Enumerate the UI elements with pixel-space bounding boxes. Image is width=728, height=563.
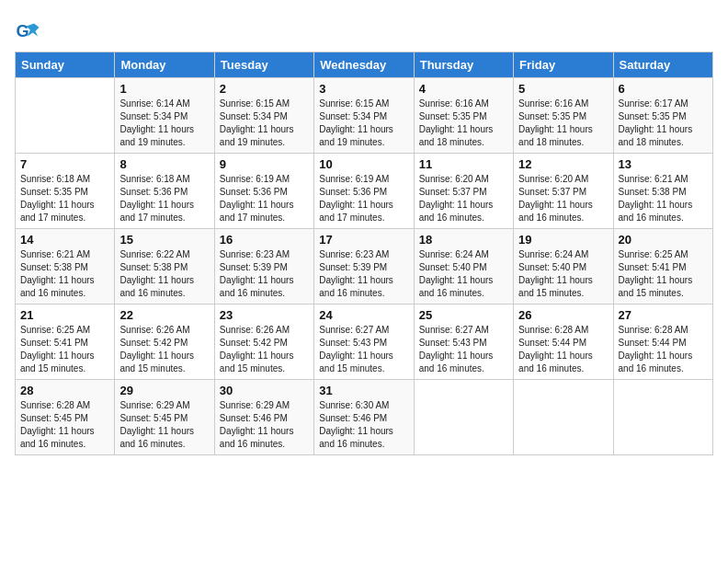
calendar-week-row: 7Sunrise: 6:18 AM Sunset: 5:35 PM Daylig… xyxy=(16,154,713,229)
calendar-cell: 24Sunrise: 6:27 AM Sunset: 5:43 PM Dayli… xyxy=(314,304,414,380)
svg-text:G: G xyxy=(16,22,28,40)
day-info: Sunrise: 6:18 AM Sunset: 5:36 PM Dayligh… xyxy=(119,173,209,224)
column-header-tuesday: Tuesday xyxy=(214,52,313,78)
day-number: 28 xyxy=(20,384,109,397)
column-header-wednesday: Wednesday xyxy=(314,52,414,78)
day-number: 7 xyxy=(20,157,109,171)
day-number: 1 xyxy=(119,82,209,96)
calendar-cell: 2Sunrise: 6:15 AM Sunset: 5:34 PM Daylig… xyxy=(214,78,313,154)
day-info: Sunrise: 6:21 AM Sunset: 5:38 PM Dayligh… xyxy=(20,248,109,300)
column-header-friday: Friday xyxy=(514,52,613,78)
day-number: 20 xyxy=(619,233,708,247)
calendar-cell: 14Sunrise: 6:21 AM Sunset: 5:38 PM Dayli… xyxy=(16,229,115,304)
day-number: 29 xyxy=(119,384,209,397)
calendar-cell: 29Sunrise: 6:29 AM Sunset: 5:45 PM Dayli… xyxy=(115,380,214,455)
day-info: Sunrise: 6:30 AM Sunset: 5:46 PM Dayligh… xyxy=(319,399,408,451)
day-number: 2 xyxy=(220,82,309,96)
day-number: 9 xyxy=(220,157,309,171)
day-number: 26 xyxy=(518,308,608,322)
page-header: G xyxy=(15,15,713,44)
day-info: Sunrise: 6:29 AM Sunset: 5:46 PM Dayligh… xyxy=(220,399,309,451)
day-info: Sunrise: 6:23 AM Sunset: 5:39 PM Dayligh… xyxy=(220,248,309,300)
calendar-header-row: SundayMondayTuesdayWednesdayThursdayFrid… xyxy=(16,52,713,78)
day-info: Sunrise: 6:20 AM Sunset: 5:37 PM Dayligh… xyxy=(419,173,508,224)
day-info: Sunrise: 6:27 AM Sunset: 5:43 PM Dayligh… xyxy=(319,324,408,375)
day-info: Sunrise: 6:15 AM Sunset: 5:34 PM Dayligh… xyxy=(319,98,408,149)
column-header-monday: Monday xyxy=(115,52,214,78)
calendar-cell: 25Sunrise: 6:27 AM Sunset: 5:43 PM Dayli… xyxy=(414,304,513,380)
day-number: 17 xyxy=(319,233,408,247)
day-info: Sunrise: 6:21 AM Sunset: 5:38 PM Dayligh… xyxy=(619,173,708,224)
calendar-cell: 15Sunrise: 6:22 AM Sunset: 5:38 PM Dayli… xyxy=(115,229,214,304)
day-info: Sunrise: 6:26 AM Sunset: 5:42 PM Dayligh… xyxy=(220,324,309,375)
calendar-cell: 22Sunrise: 6:26 AM Sunset: 5:42 PM Dayli… xyxy=(115,304,214,380)
column-header-thursday: Thursday xyxy=(414,52,513,78)
calendar-cell: 6Sunrise: 6:17 AM Sunset: 5:35 PM Daylig… xyxy=(613,78,712,154)
day-info: Sunrise: 6:24 AM Sunset: 5:40 PM Dayligh… xyxy=(419,248,508,300)
calendar-cell: 31Sunrise: 6:30 AM Sunset: 5:46 PM Dayli… xyxy=(314,380,414,455)
day-info: Sunrise: 6:25 AM Sunset: 5:41 PM Dayligh… xyxy=(20,324,109,375)
day-number: 18 xyxy=(419,233,508,247)
calendar-cell: 7Sunrise: 6:18 AM Sunset: 5:35 PM Daylig… xyxy=(16,154,115,229)
calendar-cell: 3Sunrise: 6:15 AM Sunset: 5:34 PM Daylig… xyxy=(314,78,414,154)
calendar-cell xyxy=(414,380,513,455)
day-number: 21 xyxy=(20,308,109,322)
calendar-cell xyxy=(16,78,115,154)
calendar-cell: 16Sunrise: 6:23 AM Sunset: 5:39 PM Dayli… xyxy=(214,229,313,304)
day-info: Sunrise: 6:18 AM Sunset: 5:35 PM Dayligh… xyxy=(20,173,109,224)
calendar-cell: 21Sunrise: 6:25 AM Sunset: 5:41 PM Dayli… xyxy=(16,304,115,380)
day-number: 12 xyxy=(518,157,608,171)
day-info: Sunrise: 6:29 AM Sunset: 5:45 PM Dayligh… xyxy=(119,399,209,451)
column-header-sunday: Sunday xyxy=(16,52,115,78)
calendar-cell: 13Sunrise: 6:21 AM Sunset: 5:38 PM Dayli… xyxy=(613,154,712,229)
column-header-saturday: Saturday xyxy=(613,52,712,78)
day-info: Sunrise: 6:28 AM Sunset: 5:44 PM Dayligh… xyxy=(518,324,608,375)
day-number: 8 xyxy=(119,157,209,171)
calendar-week-row: 1Sunrise: 6:14 AM Sunset: 5:34 PM Daylig… xyxy=(16,78,713,154)
day-number: 4 xyxy=(419,82,508,96)
day-number: 10 xyxy=(319,157,408,171)
day-info: Sunrise: 6:14 AM Sunset: 5:34 PM Dayligh… xyxy=(119,98,209,149)
calendar-week-row: 21Sunrise: 6:25 AM Sunset: 5:41 PM Dayli… xyxy=(16,304,713,380)
day-number: 6 xyxy=(619,82,708,96)
calendar-cell: 8Sunrise: 6:18 AM Sunset: 5:36 PM Daylig… xyxy=(115,154,214,229)
calendar-cell: 9Sunrise: 6:19 AM Sunset: 5:36 PM Daylig… xyxy=(214,154,313,229)
day-number: 16 xyxy=(220,233,309,247)
calendar-cell: 30Sunrise: 6:29 AM Sunset: 5:46 PM Dayli… xyxy=(214,380,313,455)
day-info: Sunrise: 6:19 AM Sunset: 5:36 PM Dayligh… xyxy=(319,173,408,224)
calendar-cell: 10Sunrise: 6:19 AM Sunset: 5:36 PM Dayli… xyxy=(314,154,414,229)
day-number: 25 xyxy=(419,308,508,322)
day-number: 3 xyxy=(319,82,408,96)
calendar-table: SundayMondayTuesdayWednesdayThursdayFrid… xyxy=(15,52,713,455)
calendar-cell: 5Sunrise: 6:16 AM Sunset: 5:35 PM Daylig… xyxy=(514,78,613,154)
calendar-cell: 19Sunrise: 6:24 AM Sunset: 5:40 PM Dayli… xyxy=(514,229,613,304)
day-info: Sunrise: 6:17 AM Sunset: 5:35 PM Dayligh… xyxy=(619,98,708,149)
day-number: 30 xyxy=(220,384,309,397)
logo: G xyxy=(15,18,42,44)
day-number: 19 xyxy=(518,233,608,247)
day-number: 15 xyxy=(119,233,209,247)
calendar-cell: 1Sunrise: 6:14 AM Sunset: 5:34 PM Daylig… xyxy=(115,78,214,154)
day-info: Sunrise: 6:19 AM Sunset: 5:36 PM Dayligh… xyxy=(220,173,309,224)
day-number: 13 xyxy=(619,157,708,171)
day-info: Sunrise: 6:28 AM Sunset: 5:45 PM Dayligh… xyxy=(20,399,109,451)
calendar-cell xyxy=(514,380,613,455)
calendar-cell: 28Sunrise: 6:28 AM Sunset: 5:45 PM Dayli… xyxy=(16,380,115,455)
day-number: 27 xyxy=(619,308,708,322)
day-info: Sunrise: 6:22 AM Sunset: 5:38 PM Dayligh… xyxy=(119,248,209,300)
day-info: Sunrise: 6:16 AM Sunset: 5:35 PM Dayligh… xyxy=(518,98,608,149)
calendar-cell: 23Sunrise: 6:26 AM Sunset: 5:42 PM Dayli… xyxy=(214,304,313,380)
calendar-cell: 20Sunrise: 6:25 AM Sunset: 5:41 PM Dayli… xyxy=(613,229,712,304)
day-info: Sunrise: 6:20 AM Sunset: 5:37 PM Dayligh… xyxy=(518,173,608,224)
calendar-cell: 4Sunrise: 6:16 AM Sunset: 5:35 PM Daylig… xyxy=(414,78,513,154)
day-info: Sunrise: 6:28 AM Sunset: 5:44 PM Dayligh… xyxy=(619,324,708,375)
day-number: 11 xyxy=(419,157,508,171)
day-number: 5 xyxy=(518,82,608,96)
calendar-week-row: 28Sunrise: 6:28 AM Sunset: 5:45 PM Dayli… xyxy=(16,380,713,455)
calendar-cell: 27Sunrise: 6:28 AM Sunset: 5:44 PM Dayli… xyxy=(613,304,712,380)
day-info: Sunrise: 6:15 AM Sunset: 5:34 PM Dayligh… xyxy=(220,98,309,149)
day-number: 14 xyxy=(20,233,109,247)
day-number: 23 xyxy=(220,308,309,322)
day-info: Sunrise: 6:23 AM Sunset: 5:39 PM Dayligh… xyxy=(319,248,408,300)
calendar-cell: 17Sunrise: 6:23 AM Sunset: 5:39 PM Dayli… xyxy=(314,229,414,304)
